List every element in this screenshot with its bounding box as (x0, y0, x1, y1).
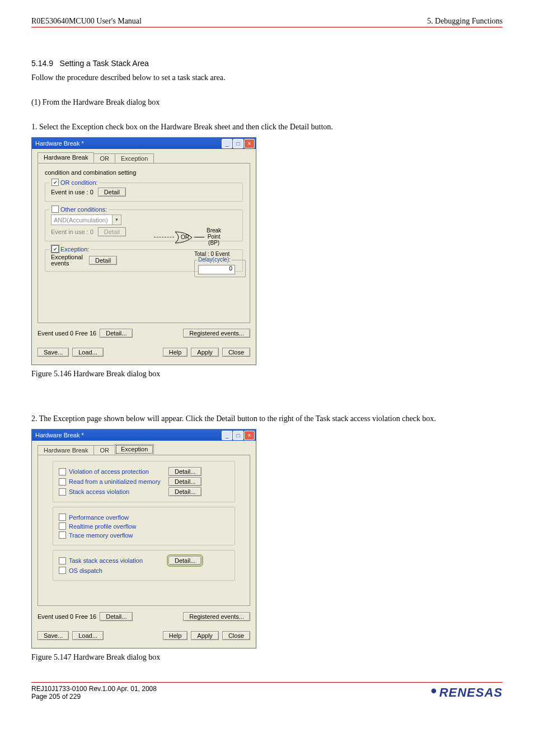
task-stack-detail-button[interactable]: Detail... (168, 556, 202, 565)
delay-group: Delay(cycle): 0 (194, 260, 246, 277)
trace-overflow-label: Trace memory overflow (69, 532, 133, 539)
hardware-break-dialog-2: Hardware Break * _ □ × Hardware Break OR… (31, 429, 256, 648)
renesas-logo: • RENESAS (430, 685, 503, 700)
event-used-label: Event used 0 Free 16 (38, 330, 96, 337)
other-detail-button: Detail (98, 227, 126, 236)
delay-label: Delay(cycle): (197, 256, 232, 263)
close-icon[interactable]: × (244, 139, 255, 148)
read-uninit-checkbox[interactable] (59, 478, 66, 486)
tab-exception[interactable]: Exception (115, 444, 154, 455)
delay-value-input[interactable]: 0 (198, 265, 235, 274)
other-conditions-label: Other conditions: (60, 206, 107, 213)
stack-access-checkbox[interactable] (59, 488, 66, 496)
or-event-in-use: Event in use : 0 (51, 189, 93, 195)
os-dispatch-checkbox[interactable] (59, 567, 66, 574)
tab-hardware-break[interactable]: Hardware Break (38, 152, 94, 163)
realtime-overflow-label: Realtime profile overflow (69, 523, 136, 530)
renesas-logo-text: RENESAS (439, 685, 503, 700)
trace-overflow-checkbox[interactable] (59, 531, 66, 539)
help-button[interactable]: Help (163, 348, 188, 357)
step-1-heading: (1) From the Hardware Break dialog box (31, 98, 503, 107)
dialog2-title: Hardware Break * (35, 432, 84, 438)
minimize-icon[interactable]: _ (222, 431, 232, 440)
logo-dot-icon: • (430, 688, 437, 694)
help-button[interactable]: Help (163, 631, 188, 640)
other-conditions-dropdown: AND(Accumulation) ▼ (51, 214, 121, 225)
footer-line1: REJ10J1733-0100 Rev.1.00 Apr. 01, 2008 (31, 685, 157, 693)
violation-label: Violation of access protection (69, 468, 149, 475)
maximize-icon[interactable]: □ (233, 431, 243, 440)
read-uninit-detail-button[interactable]: Detail... (168, 477, 202, 486)
dropdown-value: AND(Accumulation) (54, 217, 108, 223)
intro-text: Follow the procedure described below to … (31, 73, 503, 82)
step-1-text: 1. Select the Exception check box on the… (31, 123, 503, 132)
section-number: 5.14.9 (31, 59, 53, 68)
os-dispatch-label: OS dispatch (69, 567, 102, 574)
stack-access-label: Stack access violation (69, 488, 129, 495)
task-stack-checkbox[interactable] (59, 557, 66, 564)
maximize-icon[interactable]: □ (233, 139, 243, 148)
minimize-icon[interactable]: _ (222, 139, 232, 148)
chevron-down-icon: ▼ (112, 215, 121, 225)
hardware-break-dialog-1: Hardware Break * _ □ × Hardware Break OR… (31, 137, 256, 365)
stack-access-detail-button[interactable]: Detail... (168, 487, 202, 496)
load-button[interactable]: Load... (72, 631, 104, 640)
dialog1-title: Hardware Break * (35, 140, 84, 147)
or-gate-label: OR (181, 234, 189, 240)
violation-checkbox[interactable] (59, 468, 66, 475)
events-detail-button[interactable]: Detail... (100, 612, 133, 621)
other-event-in-use: Event in use : 0 (51, 228, 93, 235)
condition-heading: condition and combination setting (45, 169, 243, 176)
registered-events-button[interactable]: Registered events... (183, 329, 250, 338)
other-conditions-checkbox[interactable] (51, 206, 59, 213)
break-point-label: Break Point (BP) (207, 227, 221, 246)
registered-events-button[interactable]: Registered events... (183, 612, 250, 621)
task-stack-label: Task stack access violation (69, 557, 143, 564)
or-detail-button[interactable]: Detail (98, 188, 126, 197)
header-right: 5. Debugging Functions (427, 17, 503, 26)
header-left: R0E530640MCU00 User's Manual (31, 17, 142, 26)
exceptional-events-label: Exceptional events (51, 254, 85, 267)
load-button[interactable]: Load... (72, 348, 104, 357)
or-condition-label: OR condition: (60, 179, 98, 186)
event-used-label: Event used 0 Free 16 (38, 613, 96, 620)
close-icon[interactable]: × (244, 431, 255, 440)
perf-overflow-checkbox[interactable] (59, 514, 66, 521)
perf-overflow-label: Performance overflow (69, 514, 129, 521)
step-2-text: 2. The Exception page shown below will a… (31, 414, 503, 423)
exception-checkbox[interactable]: ✔ (51, 245, 59, 253)
or-gate-illustration: OR Break Point (BP) Total : 0 Event Dela… (170, 220, 248, 270)
violation-detail-button[interactable]: Detail... (168, 467, 202, 476)
section-title: Setting a Task Stack Area (60, 59, 149, 68)
exception-detail-button[interactable]: Detail (89, 256, 117, 265)
apply-button[interactable]: Apply (191, 348, 219, 357)
close-button[interactable]: Close (222, 348, 250, 357)
close-button[interactable]: Close (222, 631, 250, 640)
realtime-overflow-checkbox[interactable] (59, 522, 66, 530)
events-detail-button[interactable]: Detail... (100, 329, 133, 338)
save-button[interactable]: Save... (38, 348, 69, 357)
or-condition-checkbox[interactable]: ✔ (51, 179, 59, 186)
figure-caption-1: Figure 5.146 Hardware Break dialog box (31, 370, 503, 379)
apply-button[interactable]: Apply (191, 631, 219, 640)
save-button[interactable]: Save... (38, 631, 69, 640)
figure-caption-2: Figure 5.147 Hardware Break dialog box (31, 653, 503, 662)
footer-line2: Page 205 of 229 (31, 693, 157, 701)
exception-label: Exception: (60, 246, 89, 253)
read-uninit-label: Read from a uninitialized memory (69, 478, 161, 485)
